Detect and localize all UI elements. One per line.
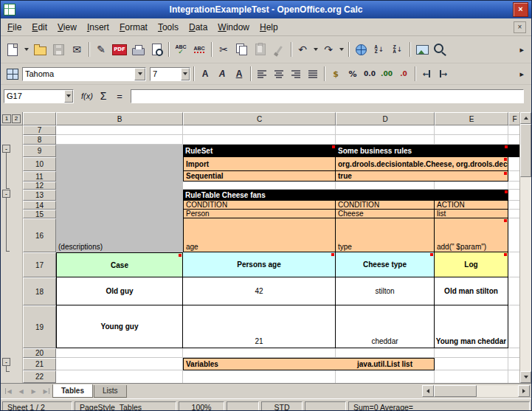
cell-B17-case[interactable]: Case xyxy=(56,252,183,277)
sum-button[interactable]: Σ xyxy=(95,89,111,103)
number-format-standard-button[interactable]: 0.0 xyxy=(362,65,378,83)
number-format-percent-button[interactable]: % xyxy=(345,65,361,83)
gallery-button[interactable] xyxy=(413,41,431,58)
new-document-dropdown[interactable] xyxy=(22,41,30,58)
cell-C17-persons-age[interactable]: Persons age xyxy=(183,252,336,277)
menu-edit[interactable]: Edit xyxy=(27,20,52,35)
undo-dropdown[interactable] xyxy=(311,41,319,58)
print-button[interactable] xyxy=(129,41,147,58)
title-bar[interactable]: IntegrationExampleTest - OpenOffice.org … xyxy=(1,1,531,18)
cell-E16-add-param[interactable]: add(" $param") xyxy=(435,218,508,252)
cell-E18-old-man-stilton[interactable]: Old man stilton xyxy=(435,277,508,305)
cell-D14-condition[interactable]: CONDITION xyxy=(336,201,435,210)
align-center-button[interactable] xyxy=(271,65,287,83)
decrease-indent-button[interactable]: ← xyxy=(418,65,435,83)
column-header-b[interactable]: B xyxy=(56,112,183,125)
cell-E14-action[interactable]: ACTION xyxy=(435,201,508,210)
row-header-15[interactable]: 15 xyxy=(23,210,56,218)
save-button[interactable] xyxy=(49,41,67,58)
increase-indent-button[interactable]: → xyxy=(435,65,452,83)
zoom-button[interactable] xyxy=(432,41,449,58)
column-header-c[interactable]: C xyxy=(183,112,336,125)
underline-button[interactable]: A xyxy=(231,65,247,83)
font-size-input[interactable] xyxy=(151,68,181,80)
email-button[interactable]: ✉ xyxy=(68,41,86,58)
copy-button[interactable] xyxy=(233,41,251,58)
delete-decimal-button[interactable]: .0 xyxy=(395,65,412,83)
row-header-8[interactable]: 8 xyxy=(23,135,56,145)
export-pdf-button[interactable]: PDF xyxy=(111,41,128,58)
scroll-left-button[interactable] xyxy=(422,385,434,397)
sort-ascending-button[interactable]: A Z↓ xyxy=(370,41,388,58)
sheet-nav-first-button[interactable]: ◀ xyxy=(2,386,15,397)
column-header-e[interactable]: E xyxy=(435,112,508,125)
row-header-20[interactable]: 20 xyxy=(23,348,56,358)
cell-D15-cheese[interactable]: Cheese xyxy=(336,210,435,218)
format-paintbrush-button[interactable] xyxy=(270,41,288,58)
hyperlink-button[interactable] xyxy=(352,41,370,58)
cell-C18-42[interactable]: 42 xyxy=(183,277,336,305)
cut-button[interactable]: ✂ xyxy=(215,41,232,58)
cell-C19-21[interactable]: 21 xyxy=(183,305,336,348)
row-header-19[interactable]: 19 xyxy=(23,305,56,348)
page-preview-button[interactable] xyxy=(148,41,165,58)
cell-E19-young-man-cheddar[interactable]: Young man cheddar xyxy=(435,305,508,348)
row-header-22[interactable]: 22 xyxy=(23,370,56,383)
row-header-13[interactable]: 13 xyxy=(23,190,56,201)
function-wizard-button[interactable]: f(x) xyxy=(79,89,95,103)
italic-button[interactable]: A xyxy=(214,65,230,83)
sheet-nav-prev-button[interactable]: ◀ xyxy=(15,386,27,397)
toolbar-overflow-button[interactable]: ▸ xyxy=(515,44,528,55)
column-header-f[interactable]: F xyxy=(508,112,519,125)
select-all-corner[interactable] xyxy=(23,112,56,125)
redo-dropdown[interactable] xyxy=(337,41,345,58)
window-close-button[interactable]: × xyxy=(513,2,528,17)
cell-B19-young-guy[interactable]: Young guy xyxy=(56,305,183,348)
spellcheck-button[interactable]: ABC✓ xyxy=(172,41,190,58)
scroll-up-button[interactable] xyxy=(520,112,531,124)
cell-E17-log[interactable]: Log xyxy=(435,252,508,277)
outline-collapse-button[interactable]: - xyxy=(2,190,10,198)
font-size-combo[interactable] xyxy=(150,67,190,81)
paste-button[interactable] xyxy=(252,41,269,58)
cell-B18-old-guy[interactable]: Old guy xyxy=(56,277,183,305)
outline-collapse-button[interactable]: - xyxy=(2,358,10,366)
font-name-input[interactable] xyxy=(23,68,134,80)
scroll-right-button[interactable] xyxy=(518,385,530,397)
sheet-nav-next-button[interactable]: ▶ xyxy=(27,386,40,397)
menu-insert[interactable]: Insert xyxy=(82,20,114,35)
document-close-button[interactable]: × xyxy=(514,21,526,33)
cell-C9-ruleset[interactable]: RuleSet xyxy=(183,145,336,157)
cell-D11-sequential-value[interactable]: true xyxy=(336,171,508,182)
cell-C11-sequential[interactable]: Sequential xyxy=(183,171,336,182)
bold-button[interactable]: A xyxy=(197,65,213,83)
align-left-button[interactable] xyxy=(254,65,270,83)
cell-C14-condition[interactable]: CONDITION xyxy=(183,201,336,210)
redo-button[interactable]: ↷ xyxy=(320,41,336,58)
sheet-tab-lists[interactable]: Lists xyxy=(94,385,127,398)
menu-format[interactable]: Format xyxy=(114,20,153,35)
menu-data[interactable]: Data xyxy=(184,20,213,35)
add-decimal-button[interactable]: .00 xyxy=(379,65,395,83)
edit-file-button[interactable]: ✎ xyxy=(92,41,110,58)
new-document-button[interactable] xyxy=(4,41,21,58)
font-size-dropdown[interactable] xyxy=(181,68,190,80)
cell-D16-type[interactable]: type xyxy=(336,218,435,252)
align-justify-button[interactable] xyxy=(305,65,321,83)
outline-collapse-button[interactable]: - xyxy=(2,145,10,153)
vertical-scrollbar-thumb[interactable] xyxy=(520,124,531,177)
vertical-scrollbar[interactable] xyxy=(519,112,531,383)
number-format-currency-button[interactable]: $ xyxy=(328,65,344,83)
formula-input-line[interactable] xyxy=(131,89,524,103)
outline-level-1-button[interactable]: 1 xyxy=(2,114,11,123)
row-header-7[interactable]: 7 xyxy=(23,125,56,135)
row-header-14[interactable]: 14 xyxy=(23,201,56,210)
scroll-down-button[interactable] xyxy=(520,371,531,383)
font-name-combo[interactable] xyxy=(22,67,146,81)
cell-C15-person[interactable]: Person xyxy=(183,210,336,218)
open-button[interactable] xyxy=(31,41,49,58)
horizontal-scrollbar-thumb[interactable] xyxy=(434,385,477,397)
cell-C21-variables[interactable]: Variables xyxy=(183,358,336,370)
font-name-dropdown[interactable] xyxy=(134,68,145,80)
menu-view[interactable]: View xyxy=(52,20,82,35)
